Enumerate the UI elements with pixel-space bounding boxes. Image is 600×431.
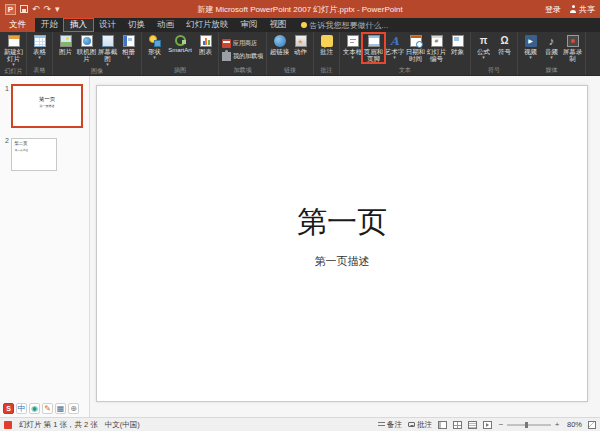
smartart-button[interactable]: SmartArt xyxy=(165,34,195,54)
tab-view[interactable]: 视图 xyxy=(264,18,293,32)
audio-button[interactable]: ♪ 音频 xyxy=(541,34,562,60)
ime-language-icon[interactable]: 中 xyxy=(16,403,27,414)
fit-slide-to-window-icon[interactable] xyxy=(588,421,596,429)
ribbon-insert: 新建幻灯片 幻灯片 表格 表格 图片 联机 xyxy=(0,32,600,76)
ime-mic-icon[interactable]: ◉ xyxy=(29,403,40,414)
zoom-slider-handle[interactable] xyxy=(525,422,528,428)
notes-icon xyxy=(378,422,385,428)
button-label: 图片 xyxy=(59,48,72,55)
my-add-ins-button[interactable]: 我的加载项 xyxy=(222,52,263,62)
ime-toolbox-icon[interactable]: ⊕ xyxy=(68,403,79,414)
slide-counter[interactable]: 幻灯片 第 1 张，共 2 张 xyxy=(19,420,98,430)
pictures-button[interactable]: 图片 xyxy=(55,34,76,55)
ime-tray-icon xyxy=(4,421,12,429)
status-bar-right: 备注 批注 − + 80% xyxy=(378,420,596,430)
date-time-button[interactable]: 日期和时间 xyxy=(405,34,426,62)
share-button[interactable]: 共享 xyxy=(569,4,595,15)
group-label-media: 媒体 xyxy=(520,66,583,75)
slide-title-placeholder[interactable]: 第一页 xyxy=(97,202,587,243)
language-indicator[interactable]: 中文(中国) xyxy=(105,420,140,430)
zoom-out-button[interactable]: − xyxy=(498,420,504,429)
photo-album-icon xyxy=(123,35,135,47)
sign-in-button[interactable]: 登录 xyxy=(545,4,561,15)
screenshot-button[interactable]: 屏幕截图 xyxy=(97,34,118,67)
normal-view-button[interactable] xyxy=(438,421,447,429)
tab-file[interactable]: 文件 xyxy=(0,18,35,32)
header-footer-button[interactable]: 页眉和页脚 xyxy=(363,34,384,62)
slide-number-button[interactable]: # 幻灯片编号 xyxy=(426,34,447,62)
thumbnail-row-2: 2 第二页 第二页描述 xyxy=(2,136,89,171)
equation-button[interactable]: π 公式 xyxy=(473,34,494,60)
button-label: SmartArt xyxy=(168,47,192,54)
slide-thumbnail-1[interactable]: 第一页 第一页描述 xyxy=(11,84,83,128)
button-label: 屏幕录制 xyxy=(562,48,583,62)
slide-thumbnail-2[interactable]: 第二页 第二页描述 xyxy=(11,138,57,171)
title-bar: P ↶ ↷ ▾ 新建 Microsoft PowerPoint 2007 幻灯片… xyxy=(0,0,600,18)
zoom-slider[interactable] xyxy=(507,424,551,426)
object-button[interactable]: 对象 xyxy=(447,34,468,55)
button-label: 应用商店 xyxy=(233,39,257,48)
slide-editing-area: 第一页 第一页描述 xyxy=(90,76,600,417)
ime-keyboard-icon[interactable]: ▦ xyxy=(55,403,66,414)
redo-button[interactable]: ↷ xyxy=(44,4,52,14)
ribbon-group-add-ins: 应用商店 我的加载项 加载项 xyxy=(219,32,267,75)
tab-slideshow[interactable]: 幻灯片放映 xyxy=(180,18,235,32)
slide-number-label: 2 xyxy=(2,136,9,171)
comment-button[interactable]: 批注 xyxy=(316,34,337,55)
slide-sorter-view-button[interactable] xyxy=(453,421,462,429)
group-label-images: 图像 xyxy=(55,67,139,76)
text-box-button[interactable]: 文本框 xyxy=(342,34,363,60)
button-label: 我的加载项 xyxy=(233,52,263,61)
slide-number-label: 1 xyxy=(2,84,9,128)
tab-home[interactable]: 开始 xyxy=(35,18,64,32)
action-icon: ★ xyxy=(295,35,307,47)
header-footer-icon xyxy=(368,35,380,47)
powerpoint-window: P ↶ ↷ ▾ 新建 Microsoft PowerPoint 2007 幻灯片… xyxy=(0,0,600,431)
tab-review[interactable]: 审阅 xyxy=(235,18,264,32)
tab-animations[interactable]: 动画 xyxy=(151,18,180,32)
photo-album-button[interactable]: 相册 xyxy=(118,34,139,60)
table-button[interactable]: 表格 xyxy=(29,34,50,60)
shapes-button[interactable]: 形状 xyxy=(144,34,165,60)
button-label: 艺术字 xyxy=(385,48,405,55)
wordart-button[interactable]: A 艺术字 xyxy=(384,34,405,60)
group-label-symbols: 符号 xyxy=(473,66,515,75)
new-slide-button[interactable]: 新建幻灯片 xyxy=(3,34,24,67)
symbol-icon: Ω xyxy=(499,35,511,47)
group-label-comments: 批注 xyxy=(316,66,337,75)
button-label: 幻灯片编号 xyxy=(426,48,447,62)
thumbnail-row-1: 1 第一页 第一页描述 xyxy=(2,84,89,128)
ribbon-group-slides: 新建幻灯片 幻灯片 xyxy=(1,32,27,75)
tell-me-box[interactable]: 告诉我您想要做什么... xyxy=(301,18,389,32)
notes-button[interactable]: 备注 xyxy=(378,420,402,430)
screen-recording-button[interactable]: 屏幕录制 xyxy=(562,34,583,62)
hyperlink-button[interactable]: 超链接 xyxy=(269,34,290,55)
customize-quick-access-button[interactable]: ▾ xyxy=(55,4,60,14)
symbol-button[interactable]: Ω 符号 xyxy=(494,34,515,55)
video-button[interactable]: ▶ 视频 xyxy=(520,34,541,60)
comments-button[interactable]: 批注 xyxy=(408,420,432,430)
action-button[interactable]: ★ 动作 xyxy=(290,34,311,55)
slide-subtitle-placeholder[interactable]: 第一页描述 xyxy=(97,254,587,269)
slide-thumbnail-panel: 1 第一页 第一页描述 2 第二页 第二页描述 xyxy=(0,76,90,417)
tab-design[interactable]: 设计 xyxy=(93,18,122,32)
save-icon[interactable] xyxy=(20,5,28,13)
button-label: 对象 xyxy=(451,48,464,55)
slideshow-view-button[interactable] xyxy=(483,421,492,429)
ime-logo-icon[interactable]: S xyxy=(3,403,14,414)
undo-button[interactable]: ↶ xyxy=(32,4,40,14)
button-label: 相册 xyxy=(122,48,135,55)
chart-button[interactable]: 图表 xyxy=(195,34,216,55)
online-pictures-button[interactable]: 联机图片 xyxy=(76,34,97,62)
ribbon-group-comments: 批注 批注 xyxy=(314,32,340,75)
store-button[interactable]: 应用商店 xyxy=(222,39,257,49)
ime-pen-icon[interactable]: ✎ xyxy=(42,403,53,414)
tab-transitions[interactable]: 切换 xyxy=(122,18,151,32)
zoom-in-button[interactable]: + xyxy=(554,420,560,429)
tab-insert[interactable]: 插入 xyxy=(64,18,93,32)
reading-view-button[interactable] xyxy=(468,421,477,429)
current-slide[interactable]: 第一页 第一页描述 xyxy=(96,85,588,402)
title-bar-right: 登录 共享 xyxy=(545,4,595,15)
zoom-level[interactable]: 80% xyxy=(566,420,582,429)
new-slide-icon xyxy=(8,35,20,47)
